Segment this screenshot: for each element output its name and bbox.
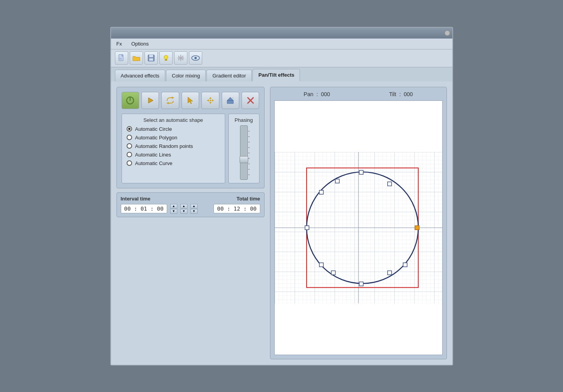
svg-rect-42 xyxy=(359,170,363,174)
pan-label: Pan : 000 xyxy=(304,91,330,97)
phasing-slider-thumb[interactable] xyxy=(240,156,248,163)
svg-rect-4 xyxy=(149,58,153,61)
phasing-box: Phasing xyxy=(228,114,259,183)
option-polygon[interactable]: Automatic Polygon xyxy=(127,135,220,141)
interval-time-label: Interval time xyxy=(121,196,151,202)
new-file-button[interactable]: Fx xyxy=(115,51,128,65)
settings-button[interactable] xyxy=(174,51,187,65)
menu-bar: Fx Options xyxy=(111,39,452,49)
phasing-title: Phasing xyxy=(235,117,253,123)
phasing-slider-track xyxy=(240,125,248,180)
time-values: 00 : 01 : 00 ▲ ▼ ▲ ▼ ▲ ▼ 00 : 12 : 00 xyxy=(121,204,260,214)
svg-point-5 xyxy=(164,55,168,59)
option-lines-label: Automatic Lines xyxy=(135,152,171,158)
svg-marker-15 xyxy=(188,97,193,104)
tab-advanced-effects[interactable]: Advanced effects xyxy=(115,70,166,81)
controls-box: Select an automatic shape Automatic Circ… xyxy=(116,87,265,188)
save-file-button[interactable] xyxy=(145,51,158,65)
tab-gradient-editor[interactable]: Gradient editor xyxy=(206,70,252,81)
interval-spin-buttons-3: ▲ ▼ xyxy=(191,204,198,214)
svg-rect-49 xyxy=(319,263,323,267)
interval-down-2[interactable]: ▼ xyxy=(180,209,187,214)
svg-marker-19 xyxy=(212,99,214,102)
tabs-bar: Advanced effects Color mixing Gradient e… xyxy=(111,67,452,81)
radio-circle xyxy=(127,126,132,132)
tilt-label: Tilt : 000 xyxy=(389,91,413,97)
svg-rect-43 xyxy=(387,182,391,186)
radio-random xyxy=(127,143,132,149)
svg-marker-12 xyxy=(148,98,153,103)
total-time-display: 00 : 12 : 00 xyxy=(214,204,260,213)
option-random-label: Automatic Random points xyxy=(135,143,193,149)
svg-point-7 xyxy=(180,57,182,59)
interval-time-display: 00 : 01 : 00 xyxy=(121,204,167,213)
option-curve-label: Automatic Curve xyxy=(135,160,173,166)
svg-marker-14 xyxy=(166,102,169,104)
select-button[interactable] xyxy=(182,92,199,109)
svg-rect-6 xyxy=(165,59,167,61)
preview-button[interactable] xyxy=(189,51,202,65)
svg-rect-47 xyxy=(359,282,363,286)
left-panel: Select an automatic shape Automatic Circ… xyxy=(116,87,265,359)
svg-rect-50 xyxy=(305,225,309,229)
menu-fx[interactable]: Fx xyxy=(115,40,124,47)
svg-rect-51 xyxy=(319,190,323,194)
svg-marker-16 xyxy=(209,97,212,99)
shape-phasing-row: Select an automatic shape Automatic Circ… xyxy=(122,114,259,183)
loop-button[interactable] xyxy=(161,92,179,109)
grid-container[interactable] xyxy=(274,100,443,355)
tab-pan-tilt-effects[interactable]: Pan/Tilt effects xyxy=(252,69,300,81)
main-content: Select an automatic shape Automatic Circ… xyxy=(111,81,452,365)
play-button[interactable] xyxy=(141,92,159,109)
svg-point-9 xyxy=(194,57,197,59)
toolbar: Fx xyxy=(111,49,452,67)
time-labels: Interval time Total time xyxy=(121,196,260,202)
svg-marker-23 xyxy=(232,97,233,99)
option-polygon-label: Automatic Polygon xyxy=(135,135,177,141)
option-random[interactable]: Automatic Random points xyxy=(127,143,220,149)
interval-up-2[interactable]: ▲ xyxy=(180,204,187,209)
bulb-button[interactable] xyxy=(159,51,173,65)
effect2-button[interactable] xyxy=(242,92,259,109)
svg-point-20 xyxy=(210,100,211,101)
time-bar: Interval time Total time 00 : 01 : 00 ▲ … xyxy=(116,192,265,217)
right-panel: Pan : 000 Tilt : 000 xyxy=(270,87,447,359)
svg-rect-48 xyxy=(331,271,335,274)
close-button[interactable] xyxy=(445,30,450,36)
interval-up-3[interactable]: ▲ xyxy=(191,204,198,209)
interval-down-1[interactable]: ▼ xyxy=(170,209,177,214)
svg-marker-18 xyxy=(207,99,209,102)
option-circle-label: Automatic Circle xyxy=(135,126,172,132)
interval-up-1[interactable]: ▲ xyxy=(170,204,177,209)
app-window: Fx Options Fx Advanced effects Color mix… xyxy=(110,27,453,366)
tab-color-mixing[interactable]: Color mixing xyxy=(166,70,206,81)
svg-rect-53 xyxy=(415,225,419,229)
svg-marker-13 xyxy=(172,97,174,99)
svg-rect-52 xyxy=(335,179,339,183)
svg-marker-17 xyxy=(209,102,212,104)
shape-select-title: Select an automatic shape xyxy=(127,117,220,123)
option-lines[interactable]: Automatic Lines xyxy=(127,152,220,158)
total-time-label: Total time xyxy=(236,196,260,202)
radio-polygon xyxy=(127,135,132,140)
menu-options[interactable]: Options xyxy=(130,40,150,47)
shape-select-box: Select an automatic shape Automatic Circ… xyxy=(122,114,225,183)
open-file-button[interactable] xyxy=(130,51,143,65)
interval-down-3[interactable]: ▼ xyxy=(191,209,198,214)
interval-spin-buttons: ▲ ▼ xyxy=(170,204,177,214)
radio-lines xyxy=(127,152,132,157)
option-curve[interactable]: Automatic Curve xyxy=(127,160,220,166)
power-button[interactable] xyxy=(122,92,139,109)
svg-text:Fx: Fx xyxy=(120,58,122,60)
playback-buttons xyxy=(122,92,259,109)
option-circle[interactable]: Automatic Circle xyxy=(127,126,220,132)
effect1-button[interactable] xyxy=(222,92,239,109)
interval-spin-buttons-2: ▲ ▼ xyxy=(180,204,187,214)
title-bar xyxy=(111,28,452,39)
svg-rect-3 xyxy=(149,55,153,57)
pan-tilt-header: Pan : 000 Tilt : 000 xyxy=(274,91,443,97)
svg-rect-46 xyxy=(387,271,391,274)
svg-rect-45 xyxy=(403,263,407,267)
move-button[interactable] xyxy=(201,92,219,109)
radio-curve xyxy=(127,160,132,166)
